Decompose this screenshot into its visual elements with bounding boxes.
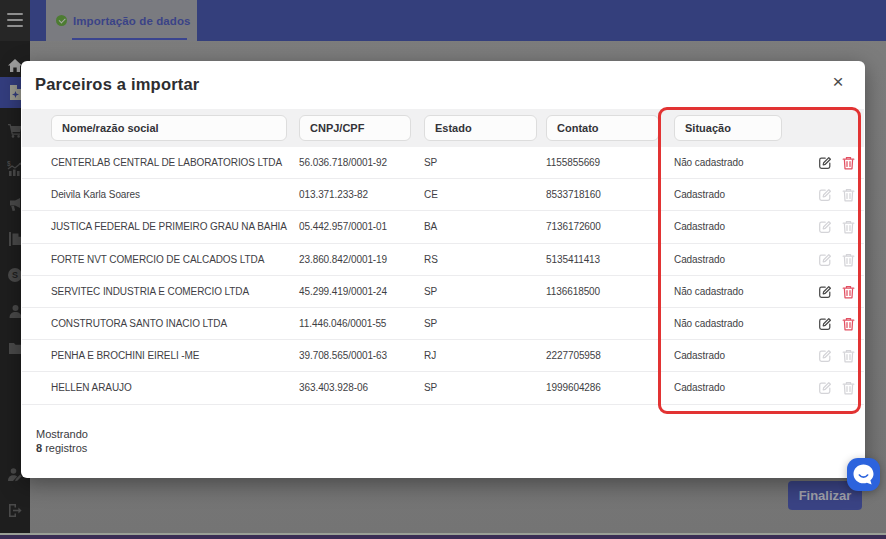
edit-row-button xyxy=(818,381,832,395)
edit-icon xyxy=(818,349,832,363)
cell-estado: SP xyxy=(424,308,484,340)
row-actions xyxy=(812,244,862,276)
tab-label: Importação de dados xyxy=(73,15,191,27)
cell-nome: HELLEN ARAUJO xyxy=(51,372,291,404)
table-row: SERVITEC INDUSTRIA E COMERCIO LTDA 45.29… xyxy=(22,276,864,308)
cell-cnpj: 013.371.233-82 xyxy=(299,179,419,211)
row-actions xyxy=(812,147,862,179)
row-actions xyxy=(812,179,862,211)
check-circle-icon xyxy=(56,15,67,26)
logout-icon xyxy=(7,503,23,518)
edit-icon xyxy=(818,156,832,170)
cell-nome: CONSTRUTORA SANTO INACIO LTDA xyxy=(51,308,291,340)
trash-icon xyxy=(842,188,855,202)
edit-icon xyxy=(818,381,832,395)
cell-nome: PENHA E BROCHINI EIRELI -ME xyxy=(51,340,291,372)
row-actions xyxy=(812,211,862,243)
records-count: Mostrando 8 registros xyxy=(36,427,88,455)
cell-nome: CENTERLAB CENTRAL DE LABORATORIOS LTDA xyxy=(51,147,291,179)
cell-situacao: Cadastrado xyxy=(674,340,784,372)
edit-icon xyxy=(818,220,832,234)
delete-row-button xyxy=(842,188,856,202)
delete-row-button xyxy=(842,220,856,234)
cell-contato: 1136618500 xyxy=(546,276,656,308)
sidebar-item-logout[interactable] xyxy=(0,495,30,526)
trash-icon xyxy=(842,349,855,363)
trash-icon xyxy=(842,220,855,234)
app-root: Importação de dados xyxy=(0,0,886,539)
cell-nome: FORTE NVT COMERCIO DE CALCADOS LTDA xyxy=(51,244,291,276)
cell-estado: BA xyxy=(424,211,484,243)
sidebar-header xyxy=(0,0,30,41)
cell-contato: 2227705958 xyxy=(546,340,656,372)
tab-importacao-de-dados[interactable]: Importação de dados xyxy=(46,0,197,41)
edit-row-button[interactable] xyxy=(818,156,832,170)
column-header-estado[interactable]: Estado xyxy=(424,115,537,141)
cell-nome: SERVITEC INDUSTRIA E COMERCIO LTDA xyxy=(51,276,291,308)
cell-cnpj: 45.299.419/0001-24 xyxy=(299,276,419,308)
topbar: Importação de dados xyxy=(30,0,886,41)
table-row: HELLEN ARAUJO 363.403.928-06 SP 19996042… xyxy=(22,372,864,404)
trash-icon xyxy=(842,381,855,395)
column-header-nome[interactable]: Nome/razão social xyxy=(51,115,287,141)
cell-situacao: Cadastrado xyxy=(674,372,784,404)
cell-situacao: Cadastrado xyxy=(674,244,784,276)
column-header-situacao[interactable]: Situação xyxy=(674,115,782,141)
cell-nome: JUSTICA FEDERAL DE PRIMEIRO GRAU NA BAHI… xyxy=(51,211,291,243)
table-body: CENTERLAB CENTRAL DE LABORATORIOS LTDA 5… xyxy=(22,147,864,405)
cell-estado: RS xyxy=(424,244,484,276)
delete-row-button xyxy=(842,349,856,363)
edit-row-button xyxy=(818,349,832,363)
trash-icon xyxy=(842,317,855,331)
chat-bubble-icon xyxy=(852,463,875,486)
edit-row-button xyxy=(818,188,832,202)
menu-icon[interactable] xyxy=(7,12,23,28)
delete-row-button[interactable] xyxy=(842,156,856,170)
cell-situacao: Não cadastrado xyxy=(674,308,784,340)
column-header-contato[interactable]: Contato xyxy=(546,115,659,141)
cell-situacao: Não cadastrado xyxy=(674,147,784,179)
chat-widget-button[interactable] xyxy=(847,458,880,491)
cell-nome: Deivila Karla Soares xyxy=(51,179,291,211)
cell-cnpj: 363.403.928-06 xyxy=(299,372,419,404)
trash-icon xyxy=(842,156,855,170)
table-row: JUSTICA FEDERAL DE PRIMEIRO GRAU NA BAHI… xyxy=(22,211,864,243)
cell-situacao: Cadastrado xyxy=(674,211,784,243)
cell-cnpj: 23.860.842/0001-19 xyxy=(299,244,419,276)
edit-icon xyxy=(818,285,832,299)
table-row: CENTERLAB CENTRAL DE LABORATORIOS LTDA 5… xyxy=(22,147,864,179)
close-icon[interactable]: × xyxy=(827,71,849,93)
footer-bar xyxy=(0,535,886,539)
edit-row-button[interactable] xyxy=(818,317,832,331)
edit-row-button[interactable] xyxy=(818,285,832,299)
trash-icon xyxy=(842,285,855,299)
edit-icon xyxy=(818,253,832,267)
modal-parceiros-a-importar: Parceiros a importar × Nome/razão social… xyxy=(21,61,865,478)
cell-cnpj: 11.446.046/0001-55 xyxy=(299,308,419,340)
table-header-row: Nome/razão social CNPJ/CPF Estado Contat… xyxy=(22,109,864,147)
cell-cnpj: 05.442.957/0001-01 xyxy=(299,211,419,243)
column-header-cnpj[interactable]: CNPJ/CPF xyxy=(299,115,411,141)
table-row: FORTE NVT COMERCIO DE CALCADOS LTDA 23.8… xyxy=(22,244,864,276)
delete-row-button xyxy=(842,381,856,395)
delete-row-button[interactable] xyxy=(842,285,856,299)
cell-contato: 5135411413 xyxy=(546,244,656,276)
delete-row-button[interactable] xyxy=(842,317,856,331)
delete-row-button xyxy=(842,253,856,267)
svg-text:$: $ xyxy=(7,160,11,168)
cell-estado: RJ xyxy=(424,340,484,372)
table-row: PENHA E BROCHINI EIRELI -ME 39.708.565/0… xyxy=(22,340,864,372)
cell-contato: 7136172600 xyxy=(546,211,656,243)
cell-estado: SP xyxy=(424,276,484,308)
cell-estado: SP xyxy=(424,372,484,404)
row-actions xyxy=(812,340,862,372)
cell-estado: CE xyxy=(424,179,484,211)
trash-icon xyxy=(842,253,855,267)
edit-icon xyxy=(818,188,832,202)
modal-title: Parceiros a importar xyxy=(35,75,200,94)
row-actions xyxy=(812,276,862,308)
cell-cnpj: 56.036.718/0001-92 xyxy=(299,147,419,179)
cell-contato: 1155855669 xyxy=(546,147,656,179)
edit-icon xyxy=(818,317,832,331)
cell-contato xyxy=(546,308,656,340)
